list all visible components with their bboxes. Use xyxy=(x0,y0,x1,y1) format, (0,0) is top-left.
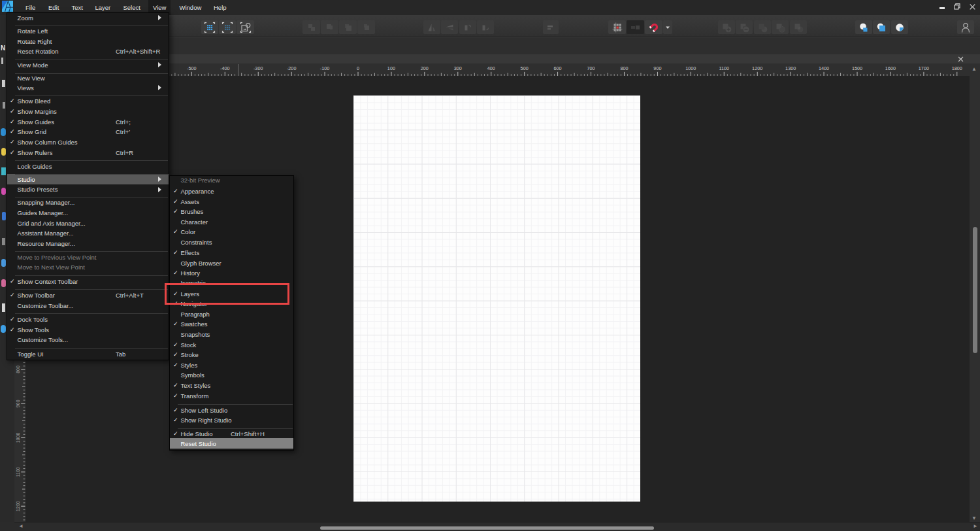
svg-text:-500: -500 xyxy=(187,65,197,71)
svg-text:-200: -200 xyxy=(287,65,297,71)
svg-text:1400: 1400 xyxy=(819,65,829,71)
svg-text:900: 900 xyxy=(653,65,661,71)
svg-text:1000: 1000 xyxy=(685,65,696,71)
svg-text:100: 100 xyxy=(387,65,395,71)
svg-text:300: 300 xyxy=(454,65,462,71)
svg-text:1100: 1100 xyxy=(719,65,729,71)
svg-text:-300: -300 xyxy=(253,65,263,71)
svg-text:1000: 1000 xyxy=(16,433,20,443)
svg-text:1300: 1300 xyxy=(785,65,796,71)
svg-text:0: 0 xyxy=(357,65,359,71)
svg-text:600: 600 xyxy=(553,65,561,71)
svg-text:-100: -100 xyxy=(320,65,330,71)
svg-text:1500: 1500 xyxy=(852,65,862,71)
svg-text:1800: 1800 xyxy=(952,65,962,71)
svg-text:800: 800 xyxy=(620,65,628,71)
svg-text:1600: 1600 xyxy=(885,65,896,71)
svg-text:-400: -400 xyxy=(220,65,230,71)
svg-text:1200: 1200 xyxy=(16,501,20,511)
svg-text:700: 700 xyxy=(587,65,595,71)
svg-text:900: 900 xyxy=(16,400,20,407)
svg-text:500: 500 xyxy=(521,65,529,71)
svg-text:200: 200 xyxy=(421,65,429,71)
svg-text:1200: 1200 xyxy=(752,65,762,71)
svg-text:1700: 1700 xyxy=(919,65,929,71)
svg-text:400: 400 xyxy=(487,65,495,71)
svg-text:1100: 1100 xyxy=(16,467,20,477)
svg-text:800: 800 xyxy=(16,366,20,373)
